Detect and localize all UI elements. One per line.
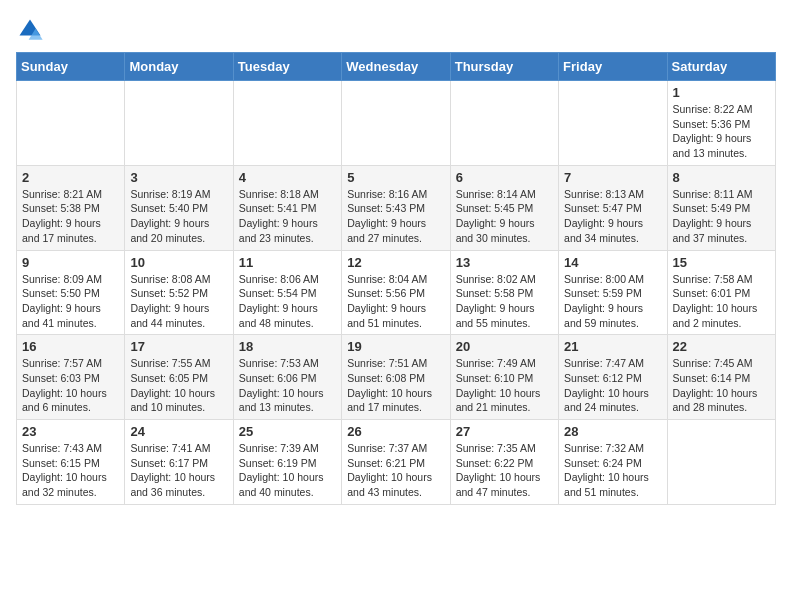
calendar-cell: 11Sunrise: 8:06 AM Sunset: 5:54 PM Dayli… — [233, 250, 341, 335]
calendar-cell — [233, 81, 341, 166]
day-number: 26 — [347, 424, 444, 439]
calendar-cell: 23Sunrise: 7:43 AM Sunset: 6:15 PM Dayli… — [17, 420, 125, 505]
day-info: Sunrise: 7:49 AM Sunset: 6:10 PM Dayligh… — [456, 356, 553, 415]
calendar-cell — [17, 81, 125, 166]
calendar-header-tuesday: Tuesday — [233, 53, 341, 81]
day-number: 12 — [347, 255, 444, 270]
day-number: 27 — [456, 424, 553, 439]
calendar: SundayMondayTuesdayWednesdayThursdayFrid… — [16, 52, 776, 505]
day-info: Sunrise: 7:45 AM Sunset: 6:14 PM Dayligh… — [673, 356, 770, 415]
day-number: 18 — [239, 339, 336, 354]
day-number: 13 — [456, 255, 553, 270]
calendar-cell: 4Sunrise: 8:18 AM Sunset: 5:41 PM Daylig… — [233, 165, 341, 250]
day-number: 3 — [130, 170, 227, 185]
day-info: Sunrise: 7:55 AM Sunset: 6:05 PM Dayligh… — [130, 356, 227, 415]
day-number: 15 — [673, 255, 770, 270]
day-number: 22 — [673, 339, 770, 354]
calendar-week-row: 16Sunrise: 7:57 AM Sunset: 6:03 PM Dayli… — [17, 335, 776, 420]
calendar-cell: 10Sunrise: 8:08 AM Sunset: 5:52 PM Dayli… — [125, 250, 233, 335]
calendar-cell: 21Sunrise: 7:47 AM Sunset: 6:12 PM Dayli… — [559, 335, 667, 420]
day-info: Sunrise: 7:41 AM Sunset: 6:17 PM Dayligh… — [130, 441, 227, 500]
calendar-cell: 3Sunrise: 8:19 AM Sunset: 5:40 PM Daylig… — [125, 165, 233, 250]
calendar-cell: 5Sunrise: 8:16 AM Sunset: 5:43 PM Daylig… — [342, 165, 450, 250]
day-number: 16 — [22, 339, 119, 354]
day-info: Sunrise: 7:53 AM Sunset: 6:06 PM Dayligh… — [239, 356, 336, 415]
day-number: 7 — [564, 170, 661, 185]
day-info: Sunrise: 8:00 AM Sunset: 5:59 PM Dayligh… — [564, 272, 661, 331]
calendar-cell: 28Sunrise: 7:32 AM Sunset: 6:24 PM Dayli… — [559, 420, 667, 505]
day-info: Sunrise: 8:21 AM Sunset: 5:38 PM Dayligh… — [22, 187, 119, 246]
header — [16, 16, 776, 44]
day-info: Sunrise: 8:06 AM Sunset: 5:54 PM Dayligh… — [239, 272, 336, 331]
day-info: Sunrise: 7:58 AM Sunset: 6:01 PM Dayligh… — [673, 272, 770, 331]
day-number: 28 — [564, 424, 661, 439]
day-number: 1 — [673, 85, 770, 100]
calendar-cell: 17Sunrise: 7:55 AM Sunset: 6:05 PM Dayli… — [125, 335, 233, 420]
calendar-cell: 22Sunrise: 7:45 AM Sunset: 6:14 PM Dayli… — [667, 335, 775, 420]
day-info: Sunrise: 8:19 AM Sunset: 5:40 PM Dayligh… — [130, 187, 227, 246]
calendar-header-thursday: Thursday — [450, 53, 558, 81]
calendar-cell: 20Sunrise: 7:49 AM Sunset: 6:10 PM Dayli… — [450, 335, 558, 420]
day-info: Sunrise: 8:22 AM Sunset: 5:36 PM Dayligh… — [673, 102, 770, 161]
day-info: Sunrise: 7:32 AM Sunset: 6:24 PM Dayligh… — [564, 441, 661, 500]
calendar-week-row: 2Sunrise: 8:21 AM Sunset: 5:38 PM Daylig… — [17, 165, 776, 250]
day-number: 9 — [22, 255, 119, 270]
day-info: Sunrise: 7:39 AM Sunset: 6:19 PM Dayligh… — [239, 441, 336, 500]
calendar-cell — [125, 81, 233, 166]
calendar-header-wednesday: Wednesday — [342, 53, 450, 81]
day-number: 10 — [130, 255, 227, 270]
day-number: 17 — [130, 339, 227, 354]
day-number: 24 — [130, 424, 227, 439]
day-number: 25 — [239, 424, 336, 439]
calendar-cell: 6Sunrise: 8:14 AM Sunset: 5:45 PM Daylig… — [450, 165, 558, 250]
calendar-header-sunday: Sunday — [17, 53, 125, 81]
calendar-cell: 12Sunrise: 8:04 AM Sunset: 5:56 PM Dayli… — [342, 250, 450, 335]
calendar-cell: 19Sunrise: 7:51 AM Sunset: 6:08 PM Dayli… — [342, 335, 450, 420]
day-number: 14 — [564, 255, 661, 270]
calendar-week-row: 1Sunrise: 8:22 AM Sunset: 5:36 PM Daylig… — [17, 81, 776, 166]
day-info: Sunrise: 8:02 AM Sunset: 5:58 PM Dayligh… — [456, 272, 553, 331]
calendar-header-friday: Friday — [559, 53, 667, 81]
calendar-cell: 13Sunrise: 8:02 AM Sunset: 5:58 PM Dayli… — [450, 250, 558, 335]
calendar-cell: 7Sunrise: 8:13 AM Sunset: 5:47 PM Daylig… — [559, 165, 667, 250]
calendar-cell: 14Sunrise: 8:00 AM Sunset: 5:59 PM Dayli… — [559, 250, 667, 335]
day-number: 2 — [22, 170, 119, 185]
calendar-cell: 15Sunrise: 7:58 AM Sunset: 6:01 PM Dayli… — [667, 250, 775, 335]
day-number: 19 — [347, 339, 444, 354]
day-number: 20 — [456, 339, 553, 354]
calendar-cell: 2Sunrise: 8:21 AM Sunset: 5:38 PM Daylig… — [17, 165, 125, 250]
calendar-cell: 26Sunrise: 7:37 AM Sunset: 6:21 PM Dayli… — [342, 420, 450, 505]
calendar-cell — [342, 81, 450, 166]
day-info: Sunrise: 8:13 AM Sunset: 5:47 PM Dayligh… — [564, 187, 661, 246]
day-info: Sunrise: 7:37 AM Sunset: 6:21 PM Dayligh… — [347, 441, 444, 500]
day-info: Sunrise: 7:35 AM Sunset: 6:22 PM Dayligh… — [456, 441, 553, 500]
calendar-week-row: 23Sunrise: 7:43 AM Sunset: 6:15 PM Dayli… — [17, 420, 776, 505]
day-info: Sunrise: 7:57 AM Sunset: 6:03 PM Dayligh… — [22, 356, 119, 415]
day-number: 6 — [456, 170, 553, 185]
day-number: 23 — [22, 424, 119, 439]
day-info: Sunrise: 7:43 AM Sunset: 6:15 PM Dayligh… — [22, 441, 119, 500]
day-info: Sunrise: 8:18 AM Sunset: 5:41 PM Dayligh… — [239, 187, 336, 246]
day-info: Sunrise: 7:47 AM Sunset: 6:12 PM Dayligh… — [564, 356, 661, 415]
calendar-cell — [559, 81, 667, 166]
calendar-cell: 1Sunrise: 8:22 AM Sunset: 5:36 PM Daylig… — [667, 81, 775, 166]
calendar-cell: 8Sunrise: 8:11 AM Sunset: 5:49 PM Daylig… — [667, 165, 775, 250]
calendar-cell: 18Sunrise: 7:53 AM Sunset: 6:06 PM Dayli… — [233, 335, 341, 420]
calendar-week-row: 9Sunrise: 8:09 AM Sunset: 5:50 PM Daylig… — [17, 250, 776, 335]
day-info: Sunrise: 8:08 AM Sunset: 5:52 PM Dayligh… — [130, 272, 227, 331]
calendar-cell: 27Sunrise: 7:35 AM Sunset: 6:22 PM Dayli… — [450, 420, 558, 505]
calendar-header-row: SundayMondayTuesdayWednesdayThursdayFrid… — [17, 53, 776, 81]
day-info: Sunrise: 8:11 AM Sunset: 5:49 PM Dayligh… — [673, 187, 770, 246]
logo — [16, 16, 46, 44]
calendar-cell — [450, 81, 558, 166]
day-number: 4 — [239, 170, 336, 185]
calendar-header-saturday: Saturday — [667, 53, 775, 81]
day-info: Sunrise: 8:16 AM Sunset: 5:43 PM Dayligh… — [347, 187, 444, 246]
day-number: 8 — [673, 170, 770, 185]
day-info: Sunrise: 8:04 AM Sunset: 5:56 PM Dayligh… — [347, 272, 444, 331]
calendar-cell: 24Sunrise: 7:41 AM Sunset: 6:17 PM Dayli… — [125, 420, 233, 505]
day-info: Sunrise: 8:09 AM Sunset: 5:50 PM Dayligh… — [22, 272, 119, 331]
calendar-cell: 9Sunrise: 8:09 AM Sunset: 5:50 PM Daylig… — [17, 250, 125, 335]
day-number: 5 — [347, 170, 444, 185]
calendar-cell — [667, 420, 775, 505]
